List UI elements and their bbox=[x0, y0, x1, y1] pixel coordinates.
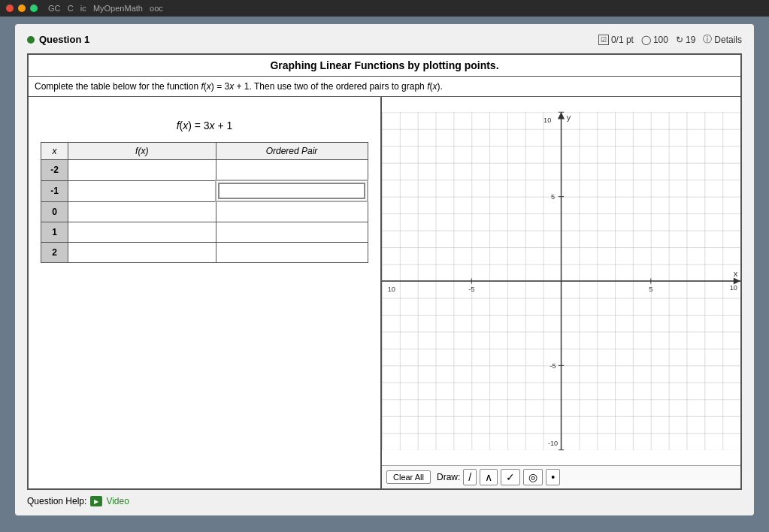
fx-cell-3[interactable] bbox=[68, 201, 216, 222]
pair-input-4[interactable] bbox=[218, 224, 366, 240]
top-bar: GC C ic MyOpenMath ooc bbox=[0, 0, 769, 17]
problem-body: f(x) = 3x + 1 x f(x) Ordered Pair -2 bbox=[29, 97, 740, 488]
attempts-value: 100 bbox=[653, 35, 668, 45]
submissions-badge: ↻ 19 bbox=[676, 35, 695, 45]
v-shape-tool-button[interactable]: ∧ bbox=[480, 469, 498, 485]
problem-box: Graphing Linear Functions by plotting po… bbox=[27, 53, 742, 490]
attempts-badge: ◯ 100 bbox=[641, 35, 668, 45]
green-dot bbox=[30, 5, 38, 12]
question-dot bbox=[27, 36, 35, 44]
x-value-5: 2 bbox=[41, 243, 68, 263]
table-row: 1 bbox=[41, 222, 368, 243]
y-label-10: 10 bbox=[543, 116, 551, 124]
pair-input-2[interactable] bbox=[218, 183, 365, 199]
table-row: 0 bbox=[41, 201, 368, 222]
pair-input-5[interactable] bbox=[218, 244, 366, 261]
question-help: Question Help: ▶ Video bbox=[27, 496, 742, 506]
y-axis-label: y bbox=[567, 113, 571, 122]
question-header: Question 1 ☑ 0/1 pt ◯ 100 ↻ 19 ⓘ Details bbox=[27, 33, 742, 46]
submissions-value: 19 bbox=[686, 35, 695, 45]
fx-input-1[interactable] bbox=[70, 162, 214, 178]
y-label-neg10: -10 bbox=[548, 440, 558, 447]
pair-input-3[interactable] bbox=[218, 204, 366, 220]
pair-cell-2[interactable] bbox=[216, 180, 368, 201]
question-help-label: Question Help: bbox=[27, 496, 86, 506]
score-badge: ☑ 0/1 pt bbox=[598, 35, 634, 45]
fx-input-5[interactable] bbox=[70, 244, 214, 261]
pair-cell-1[interactable] bbox=[216, 160, 368, 181]
x-label-5: 5 bbox=[649, 286, 652, 293]
fx-cell-4[interactable] bbox=[68, 222, 216, 243]
clear-all-button[interactable]: Clear All bbox=[386, 470, 431, 484]
draw-toolbar: Clear All Draw: / ∧ ✓ ◎ • bbox=[382, 465, 740, 488]
fx-input-3[interactable] bbox=[70, 204, 214, 220]
question-meta: ☑ 0/1 pt ◯ 100 ↻ 19 ⓘ Details bbox=[598, 33, 742, 46]
y-label-5: 5 bbox=[551, 193, 555, 201]
main-content: Question 1 ☑ 0/1 pt ◯ 100 ↻ 19 ⓘ Details… bbox=[15, 24, 754, 515]
question-number: Question 1 bbox=[39, 34, 89, 45]
details-label: Details bbox=[714, 35, 742, 45]
fx-cell-2[interactable] bbox=[68, 180, 216, 201]
problem-description: Complete the table below for the functio… bbox=[29, 77, 740, 97]
pair-cell-5[interactable] bbox=[216, 243, 368, 263]
col-x: x bbox=[41, 143, 68, 160]
details-info: ⓘ Details bbox=[703, 33, 742, 46]
fx-cell-5[interactable] bbox=[68, 243, 216, 263]
graph-container: y x 10 5 bbox=[382, 97, 740, 488]
x-label-10-right: 10 bbox=[730, 284, 737, 292]
col-pair: Ordered Pair bbox=[216, 143, 368, 160]
graph-svg[interactable]: y x 10 5 bbox=[382, 97, 740, 465]
problem-title: Graphing Linear Functions by plotting po… bbox=[29, 55, 740, 77]
right-panel: y x 10 5 bbox=[382, 97, 740, 488]
function-label: f(x) = 3x + 1 bbox=[41, 119, 368, 131]
fx-input-4[interactable] bbox=[70, 224, 214, 240]
question-label: Question 1 bbox=[27, 34, 89, 45]
table-row: -2 bbox=[41, 160, 368, 181]
pair-cell-3[interactable] bbox=[216, 201, 368, 222]
table-row: 2 bbox=[41, 243, 368, 263]
video-link[interactable]: Video bbox=[106, 496, 129, 506]
line-tool-button[interactable]: / bbox=[463, 469, 477, 485]
dot-tool-button[interactable]: • bbox=[546, 469, 560, 485]
function-table: x f(x) Ordered Pair -2 -1 bbox=[41, 142, 368, 263]
pair-cell-4[interactable] bbox=[216, 222, 368, 243]
fx-input-2[interactable] bbox=[70, 183, 213, 199]
score-value: 0/1 pt bbox=[611, 35, 634, 45]
check-tool-button[interactable]: ✓ bbox=[501, 469, 520, 485]
left-panel: f(x) = 3x + 1 x f(x) Ordered Pair -2 bbox=[29, 97, 382, 488]
col-fx: f(x) bbox=[68, 143, 216, 160]
score-icon: ☑ bbox=[598, 35, 609, 45]
red-dot bbox=[6, 5, 14, 12]
video-icon: ▶ bbox=[90, 496, 102, 506]
table-row: -1 bbox=[41, 180, 368, 201]
y-label-neg5: -5 bbox=[550, 362, 556, 370]
x-value-2: -1 bbox=[41, 180, 68, 201]
x-label-neg10: 10 bbox=[388, 286, 395, 293]
circle-tool-button[interactable]: ◎ bbox=[523, 469, 543, 485]
yellow-dot bbox=[18, 5, 26, 12]
graph-main[interactable]: y x 10 5 bbox=[382, 97, 740, 465]
app-labels: GC C ic MyOpenMath ooc bbox=[48, 4, 163, 13]
x-value-4: 1 bbox=[41, 222, 68, 243]
x-value-1: -2 bbox=[41, 160, 68, 181]
x-label-neg5: -5 bbox=[468, 286, 474, 293]
pair-input-1[interactable] bbox=[218, 162, 366, 178]
x-axis-label: x bbox=[734, 269, 738, 278]
draw-label: Draw: bbox=[437, 472, 460, 482]
fx-cell-1[interactable] bbox=[68, 160, 216, 181]
x-value-3: 0 bbox=[41, 201, 68, 222]
